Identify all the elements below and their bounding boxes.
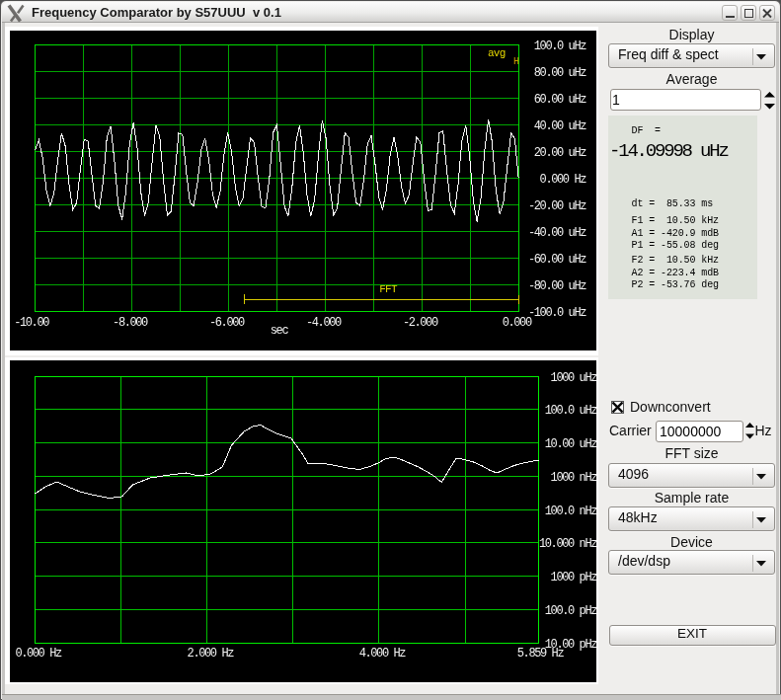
svg-text:-8.000: -8.000 xyxy=(113,316,148,330)
svg-text:10.00 uHz: 10.00 uHz xyxy=(545,437,597,451)
svg-text:5.859 Hz: 5.859 Hz xyxy=(517,647,565,661)
svg-text:100.0 uHz: 100.0 uHz xyxy=(545,404,597,418)
svg-text:-60.00 uHz: -60.00 uHz xyxy=(528,253,586,267)
svg-text:-20.00 uHz: -20.00 uHz xyxy=(528,199,586,213)
svg-text:0.000 Hz: 0.000 Hz xyxy=(15,647,62,661)
svg-text:-80.00 uHz: -80.00 uHz xyxy=(528,279,586,293)
svg-text:avg: avg xyxy=(488,47,506,59)
svg-text:100.0 uHz: 100.0 uHz xyxy=(534,39,586,53)
svg-text:H: H xyxy=(513,56,519,67)
svg-text:sec: sec xyxy=(271,324,289,338)
svg-text:-2.000: -2.000 xyxy=(403,316,438,330)
svg-text:-4.000: -4.000 xyxy=(306,316,342,330)
svg-text:-6.000: -6.000 xyxy=(209,316,245,330)
svg-text:4.000 Hz: 4.000 Hz xyxy=(359,647,407,661)
svg-text:80.00 uHz: 80.00 uHz xyxy=(534,66,586,80)
svg-text:60.00 uHz: 60.00 uHz xyxy=(534,93,586,107)
svg-text:40.00 uHz: 40.00 uHz xyxy=(534,119,586,133)
svg-text:FFT: FFT xyxy=(379,283,398,295)
svg-text:1000 nHz: 1000 nHz xyxy=(551,471,598,485)
svg-text:0.000: 0.000 xyxy=(503,316,532,330)
svg-text:100.0 nHz: 100.0 nHz xyxy=(545,505,597,518)
svg-text:1000 pHz: 1000 pHz xyxy=(551,571,598,584)
svg-text:10.000 nHz: 10.000 nHz xyxy=(539,537,597,551)
svg-text:0.000 Hz: 0.000 Hz xyxy=(540,173,587,187)
svg-text:-100.0 uHz: -100.0 uHz xyxy=(528,306,586,320)
svg-text:1000 uHz: 1000 uHz xyxy=(551,371,598,385)
svg-text:2.000 Hz: 2.000 Hz xyxy=(188,647,235,661)
svg-text:20.00 uHz: 20.00 uHz xyxy=(534,146,586,160)
svg-text:-40.00 uHz: -40.00 uHz xyxy=(528,226,586,240)
svg-text:100.0 pHz: 100.0 pHz xyxy=(545,604,597,618)
svg-text:-10.00: -10.00 xyxy=(14,316,49,330)
